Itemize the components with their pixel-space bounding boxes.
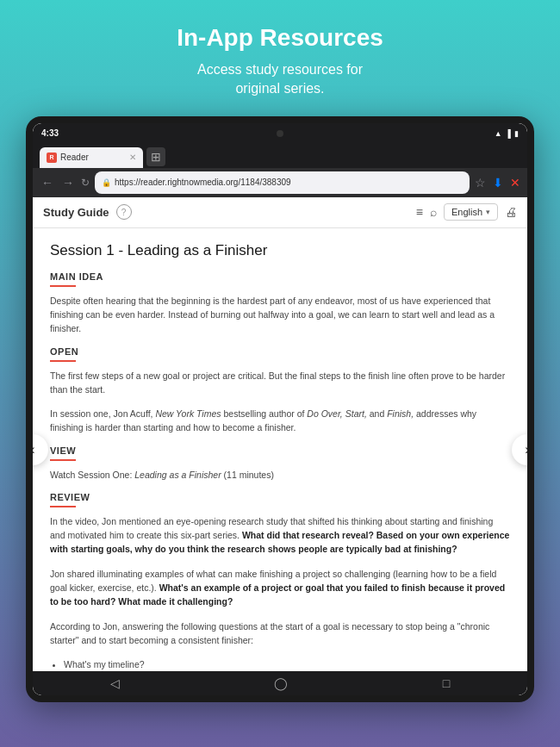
address-bar[interactable]: 🔒 https://reader.rightnowmedia.org/1184/… xyxy=(95,171,470,194)
back-nav-button[interactable]: ◁ xyxy=(110,676,120,690)
session-title: Session 1 - Leading as a Finisher xyxy=(50,242,510,259)
download-icon[interactable]: ⬇ xyxy=(493,176,503,190)
review-text-2: Jon shared illuminating examples of what… xyxy=(50,567,510,609)
language-label: English xyxy=(451,207,482,217)
bookmark-icon[interactable]: ☆ xyxy=(475,176,486,190)
main-idea-text: Despite often hearing that the beginning… xyxy=(50,294,510,336)
open-section: OPEN The first few steps of a new goal o… xyxy=(50,346,510,435)
help-button[interactable]: ? xyxy=(116,204,132,220)
address-text: https://reader.rightnowmedia.org/1184/38… xyxy=(115,177,463,187)
open-text-2: In session one, Jon Acuff, New York Time… xyxy=(50,407,510,435)
view-text: Watch Session One: Leading as a Finisher… xyxy=(50,468,510,482)
device-camera xyxy=(277,130,283,137)
review-divider xyxy=(50,506,76,507)
forward-button[interactable]: → xyxy=(60,174,76,191)
language-selector[interactable]: English ▾ xyxy=(444,203,498,221)
promo-title: In-App Resources xyxy=(177,24,383,52)
reload-button[interactable]: ↻ xyxy=(81,177,90,189)
device-bottom-nav: ◁ ◯ □ xyxy=(33,671,527,695)
browser-tabs: R Reader ✕ ⊞ xyxy=(33,144,527,168)
close-icon[interactable]: ✕ xyxy=(510,176,520,190)
toolbar-actions: ☆ ⬇ ✕ xyxy=(475,176,520,190)
main-idea-divider xyxy=(50,285,76,287)
review-label: REVIEW xyxy=(50,492,510,502)
view-label: VIEW xyxy=(50,445,510,456)
browser-toolbar: ← → ↻ 🔒 https://reader.rightnowmedia.org… xyxy=(33,168,527,197)
status-icons: ▲ ▐ ▮ xyxy=(495,129,519,138)
review-text-3: According to Jon, answering the followin… xyxy=(50,619,510,648)
main-idea-section: MAIN IDEA Despite often hearing that the… xyxy=(50,271,510,336)
secure-icon: 🔒 xyxy=(102,178,111,187)
list-icon[interactable]: ≡ xyxy=(416,205,423,219)
review-section: REVIEW In the video, Jon mentioned an ey… xyxy=(50,492,510,671)
tab-close-button[interactable]: ✕ xyxy=(129,153,136,162)
tab-title: Reader xyxy=(60,153,126,162)
search-icon[interactable]: ⌕ xyxy=(430,205,437,219)
device-screen: 4:33 ▲ ▐ ▮ R Reader ✕ ⊞ ← → ↻ 🔒 https://… xyxy=(33,123,527,695)
app-header: Study Guide ? ≡ ⌕ English ▾ 🖨 xyxy=(33,197,527,228)
print-icon[interactable]: 🖨 xyxy=(505,205,517,219)
signal-icon: ▐ xyxy=(506,129,511,138)
content-wrapper: ‹ Session 1 - Leading as a Finisher MAIN… xyxy=(33,228,527,671)
new-tab-button[interactable]: ⊞ xyxy=(146,147,165,166)
open-label: OPEN xyxy=(50,346,510,357)
list-item: What's my timeline? xyxy=(64,657,510,671)
device-frame: 4:33 ▲ ▐ ▮ R Reader ✕ ⊞ ← → ↻ 🔒 https://… xyxy=(26,116,534,702)
document-content: Session 1 - Leading as a Finisher MAIN I… xyxy=(33,228,527,671)
wifi-icon: ▲ xyxy=(495,129,502,138)
view-section: VIEW Watch Session One: Leading as a Fin… xyxy=(50,445,510,482)
active-tab[interactable]: R Reader ✕ xyxy=(40,147,143,168)
open-text-1: The first few steps of a new goal or pro… xyxy=(50,369,510,397)
chevron-down-icon: ▾ xyxy=(486,208,490,216)
home-nav-button[interactable]: ◯ xyxy=(274,676,288,690)
status-time: 4:33 xyxy=(41,128,59,138)
study-guide-label: Study Guide xyxy=(43,206,109,219)
main-idea-label: MAIN IDEA xyxy=(50,271,510,282)
view-divider xyxy=(50,459,76,461)
bullet-list: What's my timeline? What are the results… xyxy=(50,657,510,671)
promo-subtitle: Access study resources fororiginal serie… xyxy=(177,60,383,99)
tab-favicon: R xyxy=(47,153,57,163)
battery-icon: ▮ xyxy=(514,129,519,138)
promo-header: In-App Resources Access study resources … xyxy=(159,0,401,116)
recents-nav-button[interactable]: □ xyxy=(443,676,450,690)
review-text-1: In the video, Jon mentioned an eye-openi… xyxy=(50,514,510,557)
back-button[interactable]: ← xyxy=(40,174,55,191)
open-divider xyxy=(50,360,76,362)
